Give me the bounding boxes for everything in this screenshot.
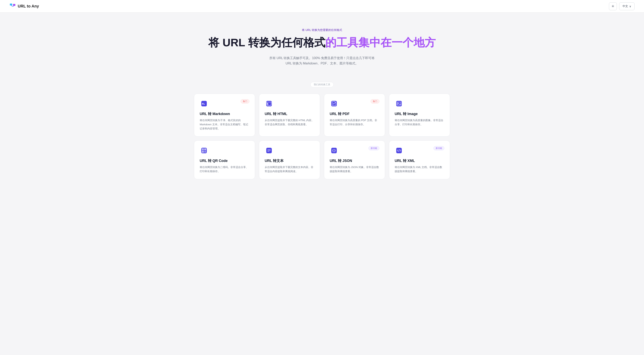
card-title-image: URL 转 Image [395,112,444,116]
language-selector-button[interactable]: 中文 ∨ [619,2,634,10]
badge-new-xml: 新功能 [434,146,444,150]
svg-rect-14 [202,149,203,150]
badge-hot-pdf: 热门 [371,99,379,104]
svg-rect-20 [206,151,206,152]
tool-card-json[interactable]: {} 新功能 URL 转 JSON 将任何网页转换为 JSON 对象。非常适合数… [324,140,385,179]
hero-description: 所有 URL 转换工具触手可及。100% 免费且易于使用！只需点击几下即可将 U… [267,55,377,66]
card-header-json: {} 新功能 [330,146,379,155]
navbar: URL to Any ☀ 中文 ∨ [0,0,644,12]
badge-new-json: 新功能 [368,146,379,150]
navbar-right: ☀ 中文 ∨ [609,2,634,10]
card-header-pdf: 热门 [330,99,379,108]
section-label-text: 我们的转换工具 [310,82,334,87]
svg-rect-0 [10,4,12,6]
tools-grid: M↓ 热门 URL 转 Markdown 将任何网页转换为干净、格式良好的 Ma… [194,94,450,179]
section-label-container: 我们的转换工具 [0,78,644,94]
hero-title: 将 URL 转换为任何格式的工具集中在一个地方 [10,36,634,49]
card-header-markdown: M↓ 热门 [200,99,249,108]
lang-label: 中文 [622,4,628,8]
tool-card-xml[interactable]: 新功能 URL 转 XML 将任何网页转换为 XML 文档。非常适合数据提取和离… [389,140,450,179]
tool-card-pdf[interactable]: 热门 URL 转 PDF 将任何网页转换为高质量的 PDF 文档。非常适合打印、… [324,94,385,136]
card-icon-markdown: M↓ [200,99,208,108]
card-header-text [265,146,314,155]
card-header-qrcode [200,146,249,155]
hero-subtitle: 将 URL 转换为您需要的任何格式 [10,28,634,32]
card-desc-text: 从任何网页提取并下载完整的文本内容。非常适合内容提取和离线阅读。 [265,165,314,174]
card-icon-xml [395,146,403,155]
card-desc-html: 从任何网页提取并下载完整的 HTML 内容。非常适合网页抓取、存档和离线查看。 [265,118,314,127]
svg-rect-16 [205,149,206,150]
svg-text:{}: {} [332,148,336,152]
card-desc-json: 将任何网页转换为 JSON 对象。非常适合数据提取和离线查看。 [330,165,379,174]
hero-section: 将 URL 转换为您需要的任何格式 将 URL 转换为任何格式的工具集中在一个地… [0,12,644,78]
badge-hot-markdown: 热门 [241,99,249,104]
tool-card-html[interactable]: 5 URL 转 HTML 从任何网页提取并下载完整的 HTML 内容。非常适合网… [259,94,320,136]
card-icon-text [265,146,273,155]
hero-title-highlight: 的工具集中在一个地方 [325,36,436,49]
card-desc-xml: 将任何网页转换为 XML 文档。非常适合数据提取和离线查看。 [395,165,444,174]
card-title-text: URL 转文本 [265,158,314,163]
card-title-qrcode: URL 转 QR Code [200,158,249,163]
card-icon-qrcode [200,146,208,155]
app-title: URL to Any [18,4,39,8]
hero-title-part1: 将 URL 转换为任何格式 [208,36,325,49]
svg-rect-21 [204,152,205,152]
card-desc-markdown: 将任何网页转换为干净、格式良好的 Markdown 文本。非常适合文档编写、笔记… [200,118,249,131]
tool-card-image[interactable]: URL 转 Image 将任何网页转换为高质量的图像。非常适合分享、打印和长期保… [389,94,450,136]
card-desc-pdf: 将任何网页转换为高质量的 PDF 文档。非常适合打印、分享和长期保存。 [330,118,379,127]
card-icon-json: {} [330,146,338,155]
sun-icon: ☀ [611,4,614,8]
tool-card-qrcode[interactable]: URL 转 QR Code 将任何网页转换为二维码。非常适合分享、打印和长期保存… [194,140,255,179]
card-title-json: URL 转 JSON [330,158,379,163]
card-icon-image [395,99,403,108]
card-title-html: URL 转 HTML [265,112,314,116]
theme-toggle-button[interactable]: ☀ [609,2,617,10]
svg-text:M↓: M↓ [202,102,205,106]
card-title-markdown: URL 转 Markdown [200,112,249,116]
card-desc-image: 将任何网页转换为高质量的图像。非常适合分享、打印和长期保存。 [395,118,444,127]
tools-section: M↓ 热门 URL 转 Markdown 将任何网页转换为干净、格式良好的 Ma… [0,94,644,195]
chevron-down-icon: ∨ [629,5,631,8]
logo-icon [10,3,16,10]
svg-rect-18 [202,151,203,152]
card-title-pdf: URL 转 PDF [330,112,379,116]
card-header-html: 5 [265,99,314,108]
card-title-xml: URL 转 XML [395,158,444,163]
card-icon-pdf [330,99,338,108]
tool-card-markdown[interactable]: M↓ 热门 URL 转 Markdown 将任何网页转换为干净、格式良好的 Ma… [194,94,255,136]
svg-rect-19 [204,151,205,152]
svg-rect-1 [13,4,15,6]
card-icon-html: 5 [265,99,273,108]
logo-link[interactable]: URL to Any [10,3,39,10]
tool-card-text[interactable]: URL 转文本 从任何网页提取并下载完整的文本内容。非常适合内容提取和离线阅读。 [259,140,320,179]
card-desc-qrcode: 将任何网页转换为二维码。非常适合分享、打印和长期保存。 [200,165,249,174]
svg-rect-22 [206,152,206,152]
card-header-xml: 新功能 [395,146,444,155]
card-header-image [395,99,444,108]
